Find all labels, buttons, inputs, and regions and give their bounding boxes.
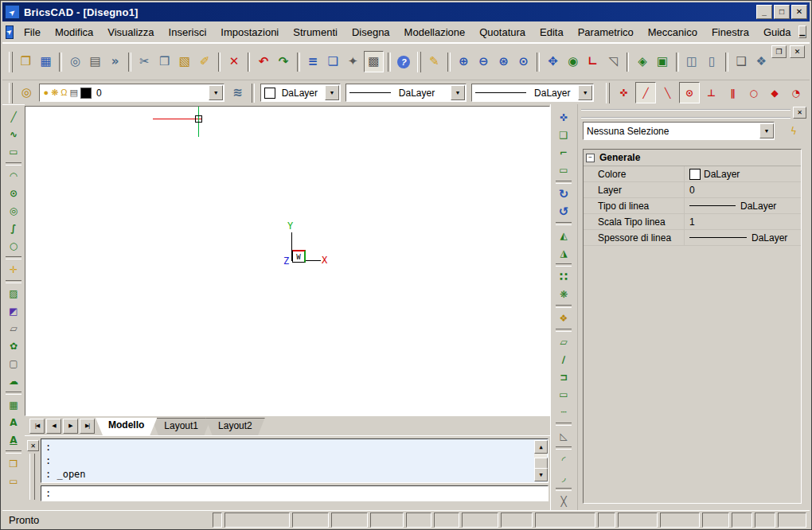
make-block-button[interactable]: ▭ bbox=[4, 473, 23, 490]
chamfer-button[interactable]: ◺ bbox=[554, 427, 573, 445]
wipeout-button[interactable]: ▢ bbox=[4, 355, 23, 372]
menu-meccanico[interactable]: Meccanico bbox=[641, 24, 705, 41]
linetype-combobox[interactable]: DaLayer ▼ bbox=[345, 84, 467, 102]
paste-button[interactable]: ▧ bbox=[175, 52, 193, 72]
sheet-sets-button[interactable]: ❏ bbox=[324, 52, 342, 72]
status-panel[interactable] bbox=[462, 512, 498, 528]
tab-layout1[interactable]: Layout1 bbox=[151, 418, 211, 436]
zoom-previous-button[interactable]: ⊙ bbox=[514, 52, 533, 72]
array-button[interactable]: ∷ bbox=[554, 268, 573, 286]
property-row-layer[interactable]: Layer 0 bbox=[584, 182, 801, 198]
mtext-button[interactable]: A bbox=[4, 431, 23, 449]
menu-parametrico[interactable]: Parametrico bbox=[571, 24, 641, 41]
view-3d-button[interactable]: ◈ bbox=[633, 52, 651, 72]
fillet-arc-button[interactable]: ◞ bbox=[554, 469, 573, 486]
property-row-scala-tipo-linea[interactable]: Scala Tipo linea 1 bbox=[584, 214, 801, 230]
menu-impostazioni[interactable]: Impostazioni bbox=[213, 24, 286, 41]
text-button[interactable]: A bbox=[4, 414, 23, 431]
table-button[interactable]: ▦ bbox=[4, 396, 23, 414]
point-button[interactable]: ✛ bbox=[4, 261, 23, 279]
toolbar-grip[interactable] bbox=[9, 52, 13, 72]
explode-button[interactable]: ╳ bbox=[554, 493, 573, 510]
zoom-extents-button[interactable]: ⊛ bbox=[494, 52, 513, 72]
move-button[interactable]: ✜ bbox=[554, 109, 573, 127]
status-panel[interactable] bbox=[501, 512, 533, 528]
help-button[interactable]: ? bbox=[395, 52, 413, 72]
menu-strumenti[interactable]: Strumenti bbox=[286, 24, 345, 41]
toolbar-grip[interactable] bbox=[9, 83, 13, 103]
color-combobox[interactable]: DaLayer ▼ bbox=[260, 84, 341, 102]
snap-endpoint-button[interactable]: ╱ bbox=[635, 82, 657, 103]
rectangle-button[interactable]: ▭ bbox=[4, 143, 23, 161]
print-button[interactable]: ▤ bbox=[86, 52, 104, 72]
status-panel[interactable] bbox=[331, 512, 368, 528]
properties-grip[interactable] bbox=[581, 109, 791, 119]
minimize-button[interactable]: _ bbox=[756, 5, 772, 19]
status-panel[interactable] bbox=[778, 512, 806, 528]
extend-button[interactable]: ⊐ bbox=[554, 368, 573, 386]
child-restore-button[interactable]: ❐ bbox=[771, 45, 787, 58]
child-close-button[interactable]: ✕ bbox=[790, 45, 805, 58]
copy-nested-button[interactable]: ❖ bbox=[554, 310, 573, 327]
delete-button[interactable]: ✕ bbox=[224, 52, 243, 72]
status-panel[interactable] bbox=[406, 512, 431, 528]
print-preview-button[interactable]: ◎ bbox=[66, 52, 84, 72]
quick-select-button[interactable]: ϟ bbox=[784, 123, 803, 139]
rotate-3d-button[interactable]: ↺ bbox=[554, 203, 573, 220]
linetype-dropdown-arrow[interactable]: ▼ bbox=[451, 85, 465, 100]
menu-guida[interactable]: Guida bbox=[756, 24, 798, 41]
drawing-canvas[interactable]: Y X Z W bbox=[25, 106, 550, 416]
zoom-in-button[interactable]: ⊕ bbox=[455, 52, 473, 72]
tab-first-button[interactable]: |◀ bbox=[29, 419, 45, 434]
undo-button[interactable]: ↶ bbox=[254, 52, 272, 72]
tab-layout2[interactable]: Layout2 bbox=[205, 418, 265, 436]
snap-center-button[interactable]: ⊙ bbox=[679, 82, 701, 103]
lineweight-combobox[interactable]: DaLayer ▼ bbox=[471, 84, 594, 102]
snap-tangent-button[interactable]: ○ bbox=[744, 83, 763, 103]
status-panel[interactable] bbox=[292, 512, 329, 528]
arc-button[interactable]: ◠ bbox=[4, 167, 23, 185]
status-panel[interactable] bbox=[598, 512, 615, 528]
maximize-button[interactable]: □ bbox=[774, 5, 790, 19]
menu-quotatura[interactable]: Quotatura bbox=[472, 24, 533, 41]
menu-edita[interactable]: Edita bbox=[533, 24, 571, 41]
revision-cloud-button[interactable]: ☁ bbox=[4, 372, 23, 390]
copy-entities-button[interactable]: ❑ bbox=[554, 127, 573, 144]
tab-previous-button[interactable]: ◀ bbox=[46, 419, 61, 434]
rotate-button[interactable]: ↻ bbox=[554, 185, 573, 203]
stretch-button[interactable]: ▭ bbox=[554, 162, 573, 179]
status-panel[interactable] bbox=[702, 512, 729, 528]
spline-button[interactable]: ∫ bbox=[4, 220, 23, 237]
lineweight-dropdown-arrow[interactable]: ▼ bbox=[578, 85, 592, 100]
menu-visualizza[interactable]: Visualizza bbox=[100, 24, 161, 41]
scroll-thumb[interactable] bbox=[534, 458, 548, 469]
pan-orbit-button[interactable]: ✥ bbox=[544, 52, 562, 72]
export-button[interactable]: » bbox=[106, 52, 124, 72]
layer-combobox[interactable]: ● ❋ Ω ▤ 0 ▼ bbox=[39, 84, 224, 102]
polyline-button[interactable]: ∿ bbox=[4, 126, 23, 143]
close-button[interactable]: ✕ bbox=[791, 5, 807, 19]
render-button[interactable]: ▣ bbox=[654, 52, 672, 72]
group-button[interactable]: ❑ bbox=[732, 52, 751, 72]
line-button[interactable]: ╱ bbox=[4, 108, 23, 126]
layer-explorer-button[interactable]: ◎ bbox=[17, 83, 37, 103]
tile-horizontal-button[interactable]: ◫ bbox=[683, 52, 701, 72]
property-row-spessore-di-linea[interactable]: Spessore di linea DaLayer bbox=[584, 230, 801, 246]
toolbar-grip[interactable] bbox=[606, 83, 610, 103]
snap-parallel-button[interactable]: ∥ bbox=[723, 83, 743, 103]
trim-button[interactable]: ▱ bbox=[554, 333, 573, 351]
match-properties-button[interactable]: ✐ bbox=[195, 52, 213, 72]
status-panel[interactable] bbox=[370, 512, 404, 528]
scroll-up-icon[interactable]: ▲ bbox=[534, 440, 548, 454]
status-panel[interactable] bbox=[618, 512, 658, 528]
properties-panel-button[interactable]: ≡ bbox=[304, 52, 322, 72]
hatch-button[interactable]: ▨ bbox=[4, 285, 23, 302]
menu-modifica[interactable]: Modifica bbox=[48, 24, 100, 41]
menu-finestra[interactable]: Finestra bbox=[705, 24, 756, 41]
tab-next-button[interactable]: ▶ bbox=[63, 419, 78, 434]
property-row-tipo-di-linea[interactable]: Tipo di linea DaLayer bbox=[584, 198, 801, 214]
cut-button[interactable]: ✂ bbox=[135, 52, 154, 72]
break-button[interactable]: ┄ bbox=[554, 403, 573, 421]
mirror-3d-button[interactable]: ◮ bbox=[554, 244, 573, 262]
real-time-view-button[interactable]: ◉ bbox=[564, 52, 582, 72]
